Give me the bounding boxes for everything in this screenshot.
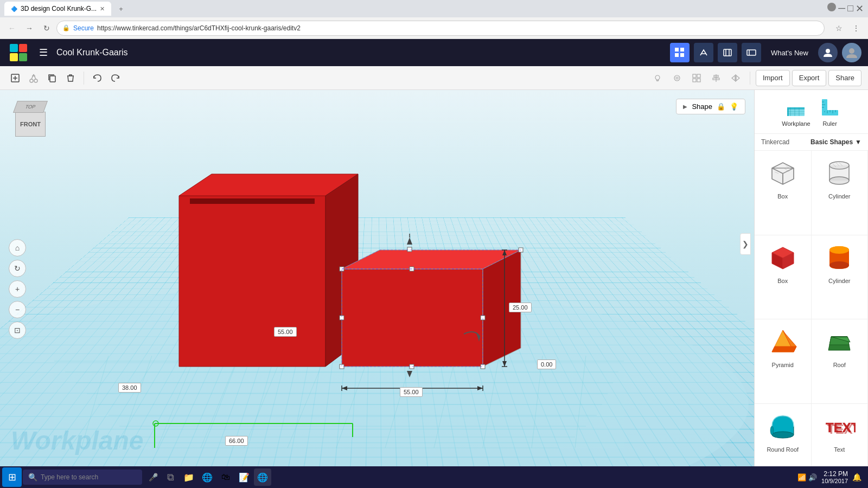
snap-button[interactable] <box>668 69 686 87</box>
maximize-button[interactable]: □ <box>847 3 853 15</box>
copy-button[interactable] <box>43 69 61 87</box>
svg-text:TEXT: TEXT <box>827 422 856 436</box>
shape-name-box-red: Box <box>777 278 788 284</box>
grid-view-button[interactable] <box>670 43 690 62</box>
back-button[interactable]: ← <box>4 21 20 36</box>
notification-icon[interactable]: 🔔 <box>852 473 861 481</box>
taskbar-file-explorer[interactable]: 📁 <box>180 468 197 486</box>
delete-button[interactable] <box>62 69 79 87</box>
shape-item-box-red[interactable]: Box <box>755 235 812 320</box>
extensions-button[interactable]: ⋮ <box>848 21 864 36</box>
new-shape-button[interactable] <box>7 69 24 87</box>
redo-button[interactable] <box>107 69 124 87</box>
logo-cell-red <box>19 44 27 52</box>
close-button[interactable]: ✕ <box>856 3 864 15</box>
light-bulb-button[interactable] <box>649 69 666 87</box>
svg-point-122 <box>829 177 849 184</box>
ruler-item[interactable]: Ruler <box>819 97 841 127</box>
taskbar-search[interactable]: 🔍 Type here to search <box>23 470 142 485</box>
shape-item-cylinder-orange[interactable]: Cylinder <box>812 235 869 320</box>
hamburger-button[interactable]: ☰ <box>37 44 50 61</box>
lock-button[interactable]: 🔒 <box>717 102 725 111</box>
taskbar-chrome[interactable]: 🌐 <box>254 468 271 486</box>
flip-button[interactable] <box>727 69 744 87</box>
nav-controls: ⌂ ↻ + − ⊡ <box>9 239 26 339</box>
lightbulb-button[interactable]: 💡 <box>730 102 738 111</box>
address-bar[interactable]: 🔒 Secure https://www.tinkercad.com/thing… <box>56 21 825 36</box>
cut-button[interactable] <box>25 69 42 87</box>
browser-tab[interactable]: 🔷 3D design Cool Krunk-G... ✕ <box>4 2 111 16</box>
taskbar-edge[interactable]: 🌐 <box>199 468 216 486</box>
view-cube[interactable]: FRONT TOP <box>11 101 54 144</box>
export-button[interactable]: Export <box>792 70 827 86</box>
workplane-label: Workplane <box>782 120 810 127</box>
network-icon: 📶 <box>797 473 806 481</box>
import-button[interactable]: Import <box>756 70 790 86</box>
user-avatar[interactable] <box>842 43 861 62</box>
svg-rect-25 <box>693 74 696 78</box>
zoom-in-button[interactable]: + <box>9 280 26 298</box>
main-content: FRONT TOP ⌂ ↻ + − ⊡ ▶ Shape 🔒 <box>0 90 868 488</box>
profile-icon[interactable] <box>827 3 836 11</box>
tab-close-button[interactable]: ✕ <box>100 5 105 12</box>
shape-item-roof-green[interactable]: Roof <box>812 319 869 404</box>
expand-panel-button[interactable]: ❯ <box>740 233 751 255</box>
svg-point-21 <box>655 75 660 80</box>
group-button[interactable] <box>688 69 705 87</box>
svg-point-142 <box>772 432 794 438</box>
svg-rect-26 <box>697 74 700 78</box>
build-button[interactable] <box>694 43 713 62</box>
task-view-button[interactable]: ⧉ <box>162 468 179 486</box>
toolbar-divider-1 <box>84 72 84 85</box>
tab-title: 3D design Cool Krunk-G... <box>21 5 97 12</box>
taskbar-store[interactable]: 🛍 <box>217 468 234 486</box>
taskbar-word[interactable]: 📝 <box>235 468 253 486</box>
svg-point-133 <box>829 261 849 269</box>
view-cube-front[interactable]: FRONT <box>15 112 46 137</box>
secure-label: Secure <box>73 24 94 32</box>
whats-new-button[interactable]: What's New <box>765 46 814 60</box>
ruler-label: Ruler <box>823 120 837 127</box>
view-cube-top[interactable]: TOP <box>13 101 48 113</box>
bookmark-button[interactable]: ☆ <box>831 21 846 36</box>
shape-item-pyramid-yellow[interactable]: Pyramid <box>755 319 812 404</box>
workplane-item[interactable]: Workplane <box>782 97 810 127</box>
taskbar-clock: 2:12 PM 10/9/2017 <box>821 470 848 484</box>
cortana-button[interactable]: 🎤 <box>145 470 161 485</box>
shape-panel-arrow: ▶ <box>683 104 687 110</box>
cylinder-gray-icon <box>823 157 856 190</box>
shape-item-cylinder-gray[interactable]: Cylinder <box>812 151 869 235</box>
new-tab-button[interactable]: + <box>113 1 129 16</box>
mic-icon: 🎤 <box>149 473 158 481</box>
svg-rect-5 <box>724 49 731 56</box>
browser-right-controls: ☆ ⋮ <box>831 21 864 36</box>
orbit-button[interactable]: ↻ <box>9 260 26 277</box>
start-button[interactable]: ⊞ <box>2 467 22 487</box>
svg-rect-71 <box>407 247 412 252</box>
taskbar-time-value: 2:12 PM <box>821 470 848 478</box>
fit-view-button[interactable]: ⊡ <box>9 322 26 339</box>
viewport[interactable]: FRONT TOP ⌂ ↻ + − ⊡ ▶ Shape 🔒 <box>0 90 754 488</box>
svg-marker-59 <box>190 198 315 204</box>
shapes-grid: Box <box>755 151 868 488</box>
svg-line-18 <box>34 74 36 79</box>
share-button[interactable]: Share <box>828 70 861 86</box>
user-menu-button[interactable] <box>818 43 838 62</box>
simulation-button[interactable] <box>718 43 737 62</box>
codeblocks-button[interactable] <box>742 43 761 62</box>
align-button[interactable] <box>707 69 725 87</box>
cylinder-orange-icon <box>823 242 856 274</box>
svg-rect-0 <box>675 48 679 52</box>
shape-name-cylinder-gray: Cylinder <box>828 193 850 200</box>
forward-button[interactable]: → <box>22 21 37 36</box>
roof-green-icon <box>823 326 856 358</box>
category-select[interactable]: Basic Shapes ▼ <box>810 138 861 146</box>
undo-button[interactable] <box>88 69 106 87</box>
refresh-button[interactable]: ↻ <box>39 21 54 36</box>
home-view-button[interactable]: ⌂ <box>9 239 26 256</box>
shape-item-box-gray[interactable]: Box <box>755 151 812 235</box>
minimize-button[interactable]: ─ <box>838 3 845 15</box>
zoom-out-button[interactable]: − <box>9 301 26 318</box>
header-right: What's New <box>670 43 861 62</box>
shapes-library: Workplane <box>754 90 868 488</box>
